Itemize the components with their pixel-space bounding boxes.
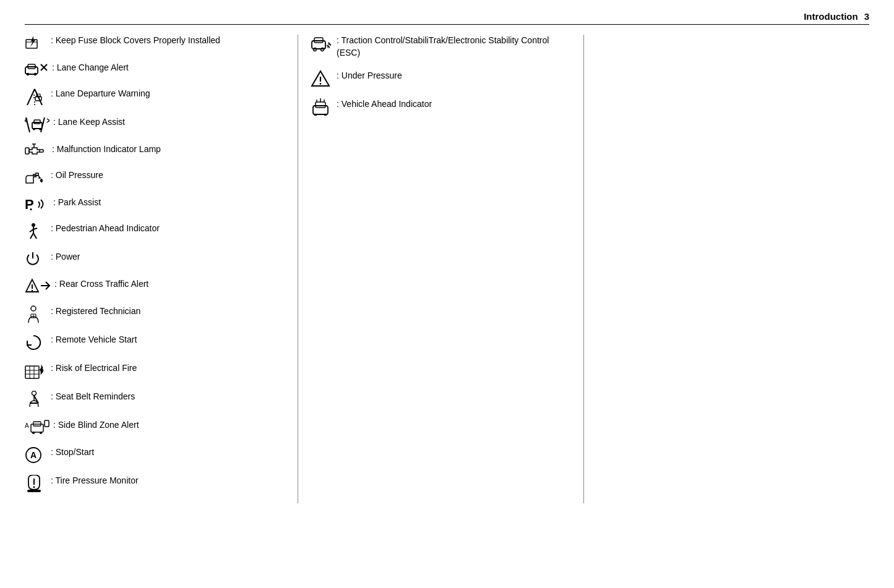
svg-point-65 (314, 48, 317, 51)
list-item-lane-change-alert: : Lane Change Alert (25, 62, 285, 77)
svg-point-56 (40, 432, 42, 434)
list-item-risk-electrical-fire: : Risk of Electrical Fire (25, 362, 285, 380)
svg-point-19 (33, 128, 35, 130)
oil-pressure-icon (25, 169, 47, 185)
traction-control-text: : Traction Control/StabiliTrak/Electroni… (337, 35, 571, 59)
oil-pressure-text: : Oil Pressure (51, 169, 103, 182)
list-item-under-pressure: : Under Pressure (311, 70, 571, 87)
svg-text:A: A (30, 450, 37, 460)
registered-technician-icon (25, 305, 47, 323)
svg-marker-1 (30, 36, 35, 47)
list-item-park-assist: P : Park Assist (25, 197, 285, 211)
svg-rect-18 (34, 120, 40, 124)
malfunction-indicator-icon (25, 143, 48, 158)
svg-point-30 (32, 223, 35, 227)
svg-line-9 (27, 89, 35, 105)
svg-point-38 (32, 290, 33, 291)
vehicle-ahead-icon (311, 98, 333, 116)
seat-belt-icon (25, 391, 47, 408)
risk-electrical-fire-text: : Risk of Electrical Fire (51, 362, 137, 375)
list-item-fuse-block: : Keep Fuse Block Covers Properly Instal… (25, 35, 285, 51)
svg-point-61 (33, 487, 35, 488)
svg-point-55 (32, 432, 35, 434)
svg-text:P: P (25, 197, 34, 211)
stop-start-icon: A (25, 446, 47, 464)
svg-rect-64 (314, 38, 323, 43)
traction-control-icon (311, 35, 333, 52)
svg-point-40 (31, 306, 36, 311)
stop-start-text: : Stop/Start (51, 446, 94, 459)
page-container: Introduction 3 : Keep Fuse Block Covers … (0, 0, 894, 528)
rear-cross-traffic-text: : Rear Cross Traffic Alert (54, 278, 148, 291)
svg-point-48 (32, 391, 37, 396)
lane-keep-assist-text: : Lane Keep Assist (53, 116, 125, 129)
lane-departure-warning-icon (25, 88, 47, 105)
svg-point-20 (39, 128, 41, 130)
svg-rect-71 (316, 102, 325, 108)
fuse-block-text: : Keep Fuse Block Covers Properly Instal… (51, 35, 220, 47)
svg-rect-62 (27, 490, 41, 492)
svg-rect-43 (25, 366, 39, 378)
list-item-traction-control: : Traction Control/StabiliTrak/Electroni… (311, 35, 571, 59)
park-assist-icon: P (25, 197, 49, 211)
column-3 (584, 35, 869, 503)
tire-pressure-text: : Tire Pressure Monitor (51, 475, 139, 487)
under-pressure-text: : Under Pressure (337, 70, 402, 82)
column-1: : Keep Fuse Block Covers Properly Instal… (25, 35, 298, 503)
list-item-stop-start: A : Stop/Start (25, 446, 285, 464)
risk-electrical-fire-icon (25, 362, 47, 380)
remote-vehicle-start-text: : Remote Vehicle Start (51, 334, 137, 346)
list-item-oil-pressure: : Oil Pressure (25, 169, 285, 185)
svg-line-49 (34, 396, 38, 403)
list-item-registered-technician: : Registered Technician (25, 305, 285, 323)
list-item-vehicle-ahead: : Vehicle Ahead Indicator (311, 98, 571, 116)
svg-rect-21 (25, 148, 29, 154)
svg-line-34 (30, 233, 33, 239)
column-2: : Traction Control/StabiliTrak/Electroni… (298, 35, 584, 503)
side-blind-zone-icon: A (25, 419, 49, 435)
svg-line-35 (33, 233, 37, 239)
svg-rect-63 (312, 41, 325, 49)
svg-rect-57 (45, 420, 49, 427)
svg-rect-53 (31, 424, 43, 432)
park-assist-text: : Park Assist (53, 197, 101, 209)
svg-line-16 (41, 117, 45, 132)
list-item-remote-vehicle-start: : Remote Vehicle Start (25, 334, 285, 351)
seat-belt-text: : Seat Belt Reminders (51, 391, 135, 403)
header-title: Introduction (804, 11, 857, 22)
list-item-malfunction-indicator: : Malfunction Indicator Lamp (25, 143, 285, 158)
list-item-side-blind-zone: A : Side Blind Zone Alert (25, 419, 285, 435)
power-icon (25, 251, 47, 267)
registered-technician-text: : Registered Technician (51, 305, 140, 318)
svg-point-27 (40, 179, 43, 182)
tire-pressure-icon (25, 475, 47, 492)
header-page-number: 3 (864, 11, 869, 22)
remote-vehicle-start-icon (25, 334, 47, 351)
under-pressure-icon (311, 70, 333, 87)
vehicle-ahead-text: : Vehicle Ahead Indicator (337, 98, 432, 111)
svg-point-66 (321, 48, 324, 51)
list-item-lane-keep-assist: : Lane Keep Assist (25, 116, 285, 132)
malfunction-indicator-text: : Malfunction Indicator Lamp (52, 143, 161, 156)
side-blind-zone-text: : Side Blind Zone Alert (53, 419, 139, 432)
pedestrian-ahead-text: : Pedestrian Ahead Indicator (51, 223, 160, 235)
list-item-pedestrian-ahead: : Pedestrian Ahead Indicator (25, 223, 285, 240)
pedestrian-ahead-icon (25, 223, 47, 240)
list-item-lane-departure-warning: : Lane Departure Warning (25, 88, 285, 105)
lane-departure-warning-text: : Lane Departure Warning (51, 88, 150, 100)
svg-text:A: A (25, 422, 29, 429)
svg-point-69 (320, 83, 322, 85)
svg-point-6 (34, 73, 37, 75)
lane-keep-assist-icon (25, 116, 49, 132)
fuse-block-icon (25, 35, 47, 51)
lane-change-alert-text: : Lane Change Alert (52, 62, 129, 74)
list-item-tire-pressure: : Tire Pressure Monitor (25, 475, 285, 492)
list-item-power: : Power (25, 251, 285, 267)
lane-change-alert-icon (25, 62, 48, 77)
columns-wrapper: : Keep Fuse Block Covers Properly Instal… (25, 35, 869, 503)
svg-point-5 (27, 73, 29, 75)
page-header: Introduction 3 (25, 6, 869, 25)
list-item-rear-cross-traffic: : Rear Cross Traffic Alert (25, 278, 285, 294)
power-text: : Power (51, 251, 80, 263)
list-item-seat-belt: : Seat Belt Reminders (25, 391, 285, 408)
